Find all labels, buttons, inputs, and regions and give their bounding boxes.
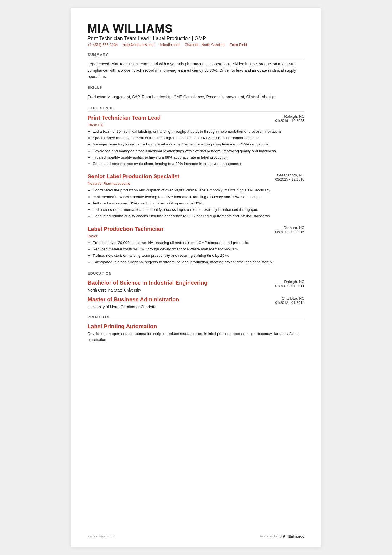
experience-label: EXPERIENCE xyxy=(88,106,304,112)
bullet-2-3: Led a cross-departmental team to identif… xyxy=(93,207,304,213)
projects-label: PROJECTS xyxy=(88,315,304,320)
contact-phone: +1-(234)-555-1234 xyxy=(88,43,118,47)
brand-name: Enhancv xyxy=(288,534,304,539)
svg-text:○∨: ○∨ xyxy=(279,534,286,539)
enhancv-logo-icon: ○∨ xyxy=(279,534,287,539)
bullet-1-0: Led a team of 10 in clinical labeling, e… xyxy=(93,129,304,135)
experience-section: EXPERIENCE Print Technician Team Lead Ra… xyxy=(88,106,304,265)
exp-date-1: 01/2019 - 10/2023 xyxy=(271,119,304,123)
contact-email[interactable]: help@enhancv.com xyxy=(123,43,155,47)
bullet-2-4: Conducted routine quality checks ensurin… xyxy=(93,213,304,219)
header: MIA WILLIAMS Print Technician Team Lead … xyxy=(88,22,304,47)
project-item-1: Label Printing Automation Developed an o… xyxy=(88,323,304,343)
bullet-2-2: Authored and revised SOPs, reducing labe… xyxy=(93,200,304,206)
candidate-title: Print Technician Team Lead | Label Produ… xyxy=(88,36,304,41)
skills-text: Production Management, SAP, Team Leaders… xyxy=(88,94,304,100)
candidate-name: MIA WILLIAMS xyxy=(88,22,304,35)
bullet-1-3: Developed and managed cross-functional r… xyxy=(93,148,304,154)
project-desc-1: Developed an open-source automation scri… xyxy=(88,331,304,343)
exp-bullets-1: Led a team of 10 in clinical labeling, e… xyxy=(88,129,304,167)
exp-bullets-3: Produced over 20,000 labels weekly, ensu… xyxy=(88,240,304,265)
edu-location-2: Charlotte, NC xyxy=(271,296,304,300)
education-item-2: Master of Business Administration Charlo… xyxy=(88,296,304,309)
exp-right-1: Raleigh, NC 01/2019 - 10/2023 xyxy=(271,114,304,123)
enhancv-brand: ○∨ Enhancv xyxy=(279,534,304,539)
edu-dates-1: 01/2007 - 01/2011 xyxy=(271,284,304,288)
exp-company-1: Pfizer Inc. xyxy=(88,123,304,127)
logo-svg: ○∨ xyxy=(279,534,287,539)
bullet-2-1: Implemented new SAP module leading to a … xyxy=(93,194,304,200)
exp-title-3: Label Production Technician xyxy=(88,226,163,232)
resume-page: MIA WILLIAMS Print Technician Team Lead … xyxy=(71,8,321,547)
experience-item-2: Senior Label Production Specialist Green… xyxy=(88,173,304,219)
contact-location: Charlotte, North Carolina xyxy=(185,43,225,47)
contact-info: +1-(234)-555-1234 help@enhancv.com linke… xyxy=(88,43,304,47)
exp-right-3: Durham, NC 06/2011 - 02/2015 xyxy=(271,226,304,234)
edu-right-1: Raleigh, NC 01/2007 - 01/2011 xyxy=(271,280,304,288)
skills-label: SKILLS xyxy=(88,86,304,91)
edu-degree-1: Bachelor of Science in Industrial Engine… xyxy=(88,280,207,286)
edu-header-2: Master of Business Administration Charlo… xyxy=(88,296,304,305)
edu-school-2: University of North Carolina at Charlott… xyxy=(88,305,304,309)
bullet-3-0: Produced over 20,000 labels weekly, ensu… xyxy=(93,240,304,246)
summary-section: SUMMARY Experienced Print Technician Tea… xyxy=(88,53,304,80)
exp-company-2: Novartis Pharmaceuticals xyxy=(88,181,304,186)
contact-linkedin[interactable]: linkedin.com xyxy=(160,43,180,47)
bullet-1-2: Managed inventory systems, reducing labe… xyxy=(93,141,304,147)
exp-right-2: Greensboro, NC 03/2015 - 12/2018 xyxy=(271,173,304,181)
exp-title-2: Senior Label Production Specialist xyxy=(88,173,179,180)
bullet-1-4: Initiated monthly quality audits, achiev… xyxy=(93,154,304,161)
edu-header-1: Bachelor of Science in Industrial Engine… xyxy=(88,280,304,288)
footer: www.enhancv.com Powered by ○∨ Enhancv xyxy=(88,534,304,539)
education-item-1: Bachelor of Science in Industrial Engine… xyxy=(88,280,304,292)
exp-location-1: Raleigh, NC xyxy=(271,114,304,119)
edu-degree-2: Master of Business Administration xyxy=(88,296,179,303)
exp-location-2: Greensboro, NC xyxy=(271,173,304,177)
footer-powered: Powered by ○∨ Enhancv xyxy=(260,534,304,539)
exp-header-3: Label Production Technician Durham, NC 0… xyxy=(88,226,304,234)
bullet-1-5: Conducted performance evaluations, leadi… xyxy=(93,161,304,167)
edu-location-1: Raleigh, NC xyxy=(271,280,304,284)
exp-bullets-2: Coordinated the production and dispatch … xyxy=(88,187,304,219)
skills-section: SKILLS Production Management, SAP, Team … xyxy=(88,86,304,100)
exp-location-3: Durham, NC xyxy=(271,226,304,230)
exp-header-1: Print Technician Team Lead Raleigh, NC 0… xyxy=(88,114,304,123)
bullet-1-1: Spearheaded the development of training … xyxy=(93,135,304,141)
summary-label: SUMMARY xyxy=(88,53,304,58)
edu-right-2: Charlotte, NC 01/2012 - 01/2014 xyxy=(271,296,304,305)
experience-item-1: Print Technician Team Lead Raleigh, NC 0… xyxy=(88,114,304,167)
edu-dates-2: 01/2012 - 01/2014 xyxy=(271,300,304,305)
exp-company-3: Bayer xyxy=(88,234,304,238)
project-title-1: Label Printing Automation xyxy=(88,323,304,330)
experience-item-3: Label Production Technician Durham, NC 0… xyxy=(88,226,304,265)
contact-extra: Extra Field xyxy=(230,43,247,47)
education-section: EDUCATION Bachelor of Science in Industr… xyxy=(88,272,304,309)
exp-header-2: Senior Label Production Specialist Green… xyxy=(88,173,304,181)
bullet-3-2: Trained new staff, enhancing team produc… xyxy=(93,253,304,259)
projects-section: PROJECTS Label Printing Automation Devel… xyxy=(88,315,304,343)
education-label: EDUCATION xyxy=(88,272,304,277)
summary-text: Experienced Print Technician Team Lead w… xyxy=(88,61,304,80)
edu-school-1: North Carolina State University xyxy=(88,288,304,292)
exp-title-1: Print Technician Team Lead xyxy=(88,114,161,121)
powered-by-text: Powered by xyxy=(260,534,277,538)
bullet-3-1: Reduced material costs by 12% through de… xyxy=(93,246,304,252)
footer-website: www.enhancv.com xyxy=(88,534,115,538)
bullet-2-0: Coordinated the production and dispatch … xyxy=(93,187,304,193)
bullet-3-3: Participated in cross-functional project… xyxy=(93,259,304,265)
exp-date-2: 03/2015 - 12/2018 xyxy=(271,177,304,181)
exp-date-3: 06/2011 - 02/2015 xyxy=(271,230,304,234)
